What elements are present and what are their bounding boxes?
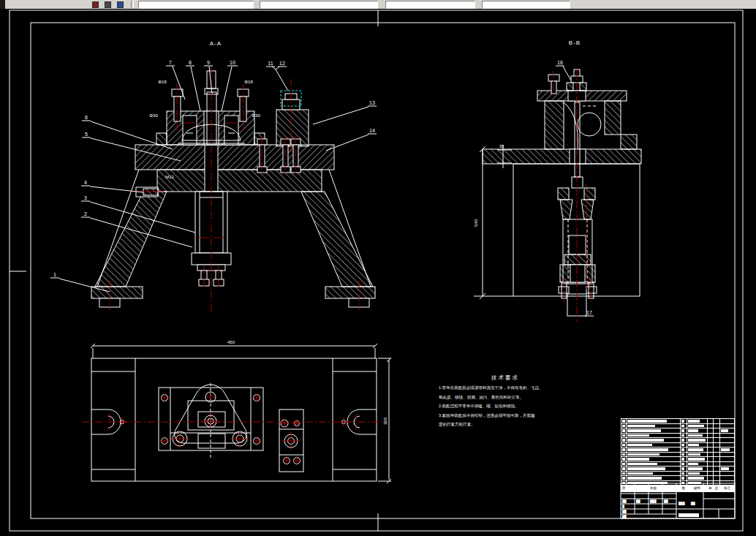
plan-dimensions: 450 300 bbox=[91, 340, 391, 483]
bom-text-bar bbox=[627, 467, 665, 470]
tech-req-line-5: 定的拧紧力矩拧紧。 bbox=[439, 420, 561, 429]
bom-cell bbox=[708, 453, 714, 457]
bom-text-bar bbox=[681, 458, 684, 461]
balloon-13: 13 bbox=[369, 100, 375, 105]
bom-cell bbox=[708, 462, 714, 467]
bom-cell bbox=[714, 429, 720, 433]
bom-text-bar bbox=[681, 463, 684, 466]
bom-text-bar bbox=[622, 453, 625, 456]
bom-text-bar bbox=[627, 420, 667, 423]
bom-text-bar bbox=[681, 439, 684, 442]
bom-cell bbox=[681, 476, 687, 480]
bom-text-bar bbox=[681, 482, 684, 485]
bom-cell bbox=[621, 453, 627, 457]
balloon-12: 12 bbox=[279, 61, 285, 66]
bom-cell bbox=[720, 429, 734, 433]
bom-text-bar bbox=[622, 472, 625, 475]
bom-cell bbox=[621, 448, 627, 452]
bom-cell bbox=[720, 424, 734, 429]
toolbar-dropdown-3[interactable] bbox=[385, 1, 475, 9]
bom-cell bbox=[708, 472, 714, 476]
bom-cell bbox=[714, 438, 720, 442]
dim-overall-height: 540 bbox=[474, 219, 478, 227]
bom-header-6: 备注 bbox=[720, 486, 734, 491]
bom-cell bbox=[627, 481, 681, 486]
bom-cell bbox=[627, 429, 681, 433]
bom-text-bar bbox=[622, 467, 625, 470]
bom-cell bbox=[621, 472, 627, 476]
bom-cell bbox=[627, 424, 681, 429]
balloon-1: 1 bbox=[53, 272, 56, 277]
bom-text-bar bbox=[681, 477, 684, 480]
bom-row-8 bbox=[621, 447, 734, 452]
balloon-10: 10 bbox=[230, 60, 235, 65]
bom-cell bbox=[687, 462, 708, 467]
balloon-6: 6 bbox=[85, 115, 88, 120]
tech-req-line-2: 氧化皮、锈蚀、切屑、油污、着色剂和灰尘等。 bbox=[439, 393, 561, 402]
callout-4: Φ30 bbox=[252, 113, 260, 118]
bom-row-5 bbox=[621, 461, 734, 467]
section-view-bb: B-B bbox=[474, 39, 641, 322]
bom-header-2: 数量 bbox=[681, 486, 687, 491]
bom-text-bar bbox=[721, 467, 729, 470]
bom-cell bbox=[627, 443, 681, 448]
toolbar-dropdown-2[interactable] bbox=[260, 1, 378, 9]
bom-row-2 bbox=[621, 475, 734, 480]
balloon-3: 3 bbox=[84, 195, 87, 200]
bom-cell bbox=[681, 472, 687, 476]
dim-plan-height: 300 bbox=[383, 417, 388, 425]
bom-text-bar bbox=[627, 444, 652, 447]
app-window: A-A bbox=[0, 0, 756, 536]
bom-text-bar bbox=[622, 425, 625, 428]
cad-viewport[interactable]: A-A bbox=[0, 9, 756, 536]
bom-row-11 bbox=[621, 433, 734, 438]
toolbar-dropdown-4[interactable] bbox=[482, 1, 570, 9]
bom-cell bbox=[720, 434, 734, 438]
toolbar-icon-3[interactable] bbox=[117, 1, 124, 8]
bom-cell bbox=[720, 472, 734, 476]
callout-3: Φ30 bbox=[149, 113, 158, 118]
bom-cell bbox=[621, 457, 627, 461]
bom-header-5: 总重 bbox=[714, 486, 720, 491]
bom-text-bar bbox=[688, 439, 706, 442]
bom-row-12 bbox=[621, 428, 734, 433]
bom-cell bbox=[708, 419, 714, 423]
bom-cell bbox=[621, 462, 627, 467]
bom-cell bbox=[681, 457, 687, 461]
bom-cell bbox=[720, 476, 734, 480]
bom-text-bar bbox=[688, 472, 700, 475]
toolbar-dropdown-1[interactable] bbox=[138, 1, 254, 9]
bom-cell bbox=[708, 467, 714, 471]
balloon-9: 9 bbox=[207, 60, 210, 65]
bom-text-bar bbox=[622, 482, 625, 485]
bom-cell bbox=[681, 429, 687, 433]
balloon-7: 7 bbox=[169, 60, 172, 65]
bom-text-bar bbox=[622, 444, 625, 447]
bom-cell bbox=[720, 457, 734, 461]
bom-cell bbox=[714, 467, 720, 471]
titleblock-mark-5: ██ bbox=[622, 510, 627, 514]
bom-text-bar bbox=[688, 429, 698, 432]
bom-text-bar bbox=[681, 453, 684, 456]
plan-view: 450 300 bbox=[82, 340, 391, 483]
bb-dimensions: 35 540 bbox=[474, 144, 513, 299]
toolbar-icon-2[interactable] bbox=[105, 1, 111, 8]
titleblock-mark-8: ██ bbox=[691, 502, 695, 506]
bom-cell bbox=[714, 457, 720, 461]
bom-cell bbox=[621, 438, 627, 442]
bom-cell bbox=[687, 443, 708, 448]
bom-text-bar bbox=[688, 458, 705, 461]
bom-cell bbox=[681, 453, 687, 457]
bom-cell bbox=[621, 476, 627, 480]
bom-text-bar bbox=[627, 458, 649, 461]
bom-cell bbox=[708, 481, 714, 486]
bom-cell bbox=[708, 429, 714, 433]
bom-text-bar bbox=[688, 482, 701, 485]
bom-header-4: 单重 bbox=[708, 486, 714, 491]
technical-requirements: 技术要求 1.零件在装配前必须清理和清洗干净，不得有毛刺、飞边、 氧化皮、锈蚀、… bbox=[439, 374, 572, 430]
bom-row-3 bbox=[621, 471, 734, 476]
callout-5: M12 bbox=[165, 175, 174, 179]
toolbar-icon-1[interactable] bbox=[92, 1, 99, 8]
dim-plan-width: 450 bbox=[227, 340, 235, 344]
bom-cell bbox=[681, 481, 687, 486]
